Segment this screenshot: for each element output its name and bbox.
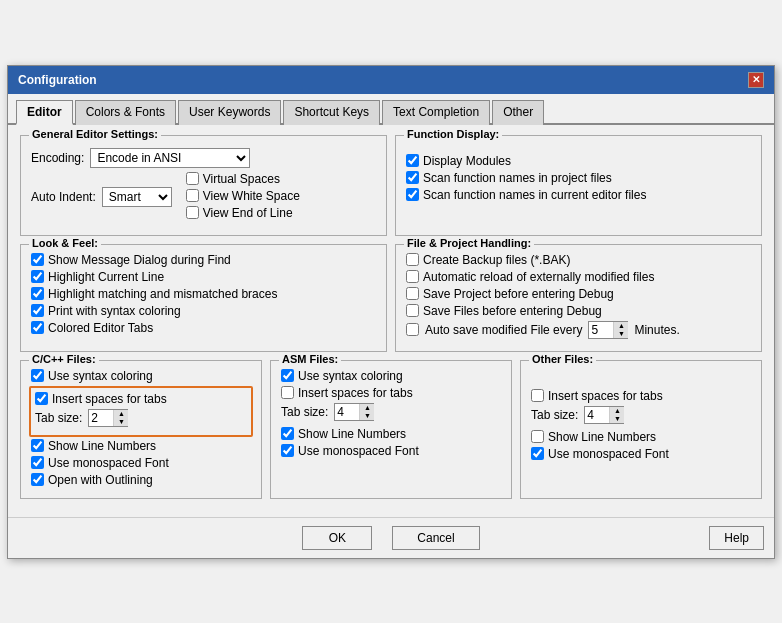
tab-editor[interactable]: Editor bbox=[16, 100, 73, 125]
other-use-mono-row: Use monospaced Font bbox=[531, 447, 751, 461]
auto-save-checkbox[interactable] bbox=[406, 323, 419, 336]
help-button[interactable]: Help bbox=[709, 526, 764, 550]
auto-save-label: Auto save modified File every bbox=[425, 323, 582, 337]
auto-indent-select[interactable]: Smart bbox=[102, 187, 172, 207]
highlight-braces-label: Highlight matching and mismatched braces bbox=[48, 287, 277, 301]
asm-use-mono-checkbox[interactable] bbox=[281, 444, 294, 457]
function-display-title: Function Display: bbox=[404, 128, 502, 140]
scan-project-label: Scan function names in project files bbox=[423, 171, 612, 185]
scan-current-label: Scan function names in current editor fi… bbox=[423, 188, 646, 202]
asm-show-line-numbers-checkbox[interactable] bbox=[281, 427, 294, 440]
asm-insert-spaces-checkbox[interactable] bbox=[281, 386, 294, 399]
cpp-tab-size-spinbox: ▲ ▼ bbox=[88, 409, 128, 427]
colored-tabs-checkbox[interactable] bbox=[31, 321, 44, 334]
auto-save-down[interactable]: ▼ bbox=[614, 330, 628, 338]
scan-project-checkbox[interactable] bbox=[406, 171, 419, 184]
auto-save-up[interactable]: ▲ bbox=[614, 322, 628, 330]
highlight-braces-checkbox[interactable] bbox=[31, 287, 44, 300]
print-syntax-checkbox[interactable] bbox=[31, 304, 44, 317]
save-files-label: Save Files before entering Debug bbox=[423, 304, 602, 318]
tab-user-keywords[interactable]: User Keywords bbox=[178, 100, 281, 125]
scan-current-checkbox[interactable] bbox=[406, 188, 419, 201]
auto-reload-checkbox[interactable] bbox=[406, 270, 419, 283]
asm-files-section: ASM Files: Use syntax coloring Insert sp… bbox=[270, 360, 512, 499]
other-tab-up[interactable]: ▲ bbox=[610, 407, 624, 415]
cpp-open-outlining-row: Open with Outlining bbox=[31, 473, 251, 487]
cpp-tab-size-row: Tab size: ▲ ▼ bbox=[35, 409, 247, 427]
other-files-section: Other Files: Insert spaces for tabs Tab … bbox=[520, 360, 762, 499]
auto-save-input[interactable] bbox=[589, 322, 613, 338]
auto-save-row: Auto save modified File every ▲ ▼ Minute… bbox=[406, 321, 751, 339]
cpp-insert-spaces-checkbox[interactable] bbox=[35, 392, 48, 405]
other-tab-down[interactable]: ▼ bbox=[610, 415, 624, 423]
cpp-use-syntax-checkbox[interactable] bbox=[31, 369, 44, 382]
asm-insert-spaces-row: Insert spaces for tabs bbox=[281, 386, 501, 400]
cpp-tab-up[interactable]: ▲ bbox=[114, 410, 128, 418]
show-message-checkbox[interactable] bbox=[31, 253, 44, 266]
backup-checkbox[interactable] bbox=[406, 253, 419, 266]
encoding-select[interactable]: Encode in ANSI bbox=[90, 148, 250, 168]
tab-colors-fonts[interactable]: Colors & Fonts bbox=[75, 100, 176, 125]
save-files-checkbox[interactable] bbox=[406, 304, 419, 317]
cancel-button[interactable]: Cancel bbox=[392, 526, 479, 550]
other-use-mono-checkbox[interactable] bbox=[531, 447, 544, 460]
other-tab-spin-buttons: ▲ ▼ bbox=[609, 407, 624, 423]
other-tab-size-input[interactable] bbox=[585, 407, 609, 423]
tab-shortcut-keys[interactable]: Shortcut Keys bbox=[283, 100, 380, 125]
cpp-open-outlining-checkbox[interactable] bbox=[31, 473, 44, 486]
print-syntax-row: Print with syntax coloring bbox=[31, 304, 376, 318]
asm-tab-down[interactable]: ▼ bbox=[360, 412, 374, 420]
ok-button[interactable]: OK bbox=[302, 526, 372, 550]
asm-use-syntax-checkbox[interactable] bbox=[281, 369, 294, 382]
virtual-spaces-label: Virtual Spaces bbox=[203, 172, 280, 186]
scan-project-row: Scan function names in project files bbox=[406, 171, 751, 185]
asm-use-syntax-row: Use syntax coloring bbox=[281, 369, 501, 383]
cpp-tab-spin-buttons: ▲ ▼ bbox=[113, 410, 128, 426]
title-bar: Configuration ✕ bbox=[8, 66, 774, 94]
asm-tab-size-label: Tab size: bbox=[281, 405, 328, 419]
other-tab-size-row: Tab size: ▲ ▼ bbox=[531, 406, 751, 424]
virtual-spaces-checkbox[interactable] bbox=[186, 172, 199, 185]
bottom-bar: OK Cancel Help bbox=[8, 517, 774, 558]
display-modules-checkbox[interactable] bbox=[406, 154, 419, 167]
other-show-line-numbers-checkbox[interactable] bbox=[531, 430, 544, 443]
asm-files-title: ASM Files: bbox=[279, 353, 341, 365]
tab-text-completion[interactable]: Text Completion bbox=[382, 100, 490, 125]
asm-use-mono-label: Use monospaced Font bbox=[298, 444, 419, 458]
highlight-line-checkbox[interactable] bbox=[31, 270, 44, 283]
save-project-label: Save Project before entering Debug bbox=[423, 287, 614, 301]
save-project-checkbox[interactable] bbox=[406, 287, 419, 300]
cpp-files-section: C/C++ Files: Use syntax coloring Insert … bbox=[20, 360, 262, 499]
auto-reload-row: Automatic reload of externally modified … bbox=[406, 270, 751, 284]
save-project-row: Save Project before entering Debug bbox=[406, 287, 751, 301]
cpp-use-mono-checkbox[interactable] bbox=[31, 456, 44, 469]
highlight-line-label: Highlight Current Line bbox=[48, 270, 164, 284]
asm-use-mono-row: Use monospaced Font bbox=[281, 444, 501, 458]
cpp-show-line-numbers-row: Show Line Numbers bbox=[31, 439, 251, 453]
top-sections: General Editor Settings: Encoding: Encod… bbox=[20, 135, 762, 244]
auto-save-spinbox: ▲ ▼ bbox=[588, 321, 628, 339]
backup-label: Create Backup files (*.BAK) bbox=[423, 253, 570, 267]
general-editor-section: General Editor Settings: Encoding: Encod… bbox=[20, 135, 387, 236]
asm-tab-size-input[interactable] bbox=[335, 404, 359, 420]
cpp-tab-size-input[interactable] bbox=[89, 410, 113, 426]
print-syntax-label: Print with syntax coloring bbox=[48, 304, 181, 318]
close-button[interactable]: ✕ bbox=[748, 72, 764, 88]
other-insert-spaces-checkbox[interactable] bbox=[531, 389, 544, 402]
view-end-line-checkbox[interactable] bbox=[186, 206, 199, 219]
tab-other[interactable]: Other bbox=[492, 100, 544, 125]
display-modules-label: Display Modules bbox=[423, 154, 511, 168]
cpp-show-line-numbers-checkbox[interactable] bbox=[31, 439, 44, 452]
cpp-tab-size-label: Tab size: bbox=[35, 411, 82, 425]
cpp-open-outlining-label: Open with Outlining bbox=[48, 473, 153, 487]
view-end-line-label: View End of Line bbox=[203, 206, 293, 220]
view-white-space-checkbox[interactable] bbox=[186, 189, 199, 202]
other-tab-size-label: Tab size: bbox=[531, 408, 578, 422]
cpp-insert-spaces-row: Insert spaces for tabs bbox=[35, 392, 247, 406]
other-insert-spaces-row: Insert spaces for tabs bbox=[531, 389, 751, 403]
content-area: General Editor Settings: Encoding: Encod… bbox=[8, 125, 774, 517]
asm-tab-up[interactable]: ▲ bbox=[360, 404, 374, 412]
virtual-spaces-row: Virtual Spaces bbox=[186, 172, 300, 186]
cpp-tab-down[interactable]: ▼ bbox=[114, 418, 128, 426]
look-feel-title: Look & Feel: bbox=[29, 237, 101, 249]
